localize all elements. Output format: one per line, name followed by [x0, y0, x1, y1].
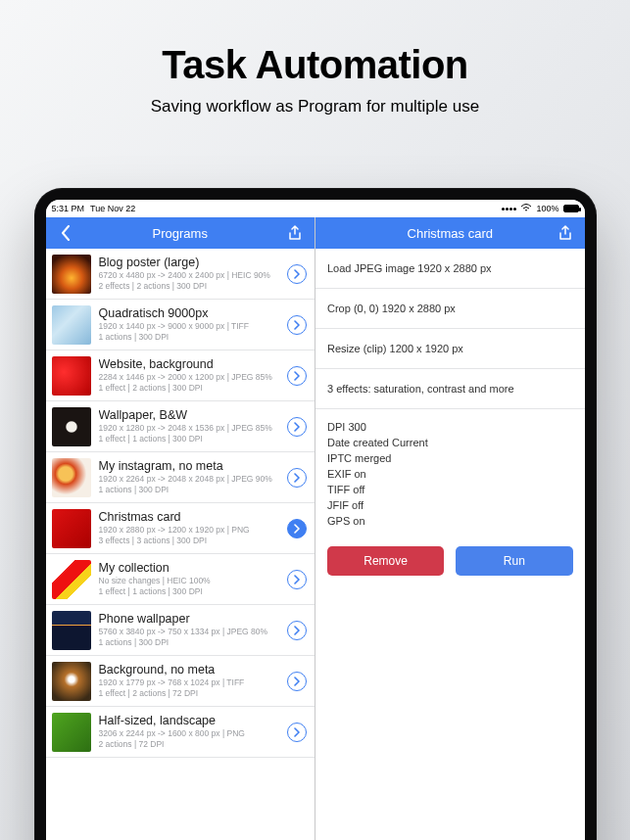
- program-title: Wallpaper, B&W: [99, 408, 280, 423]
- detail-metadata-block: DPI 300Date created CurrentIPTC mergedEX…: [315, 409, 585, 538]
- disclosure-icon[interactable]: [287, 570, 307, 589]
- program-row[interactable]: Christmas card1920 x 2880 px -> 1200 x 1…: [46, 503, 315, 554]
- disclosure-icon[interactable]: [287, 519, 307, 538]
- chevron-left-icon: [61, 225, 71, 241]
- program-meta: 5760 x 3840 px -> 750 x 1334 px | JPEG 8…: [99, 627, 280, 637]
- program-thumbnail: [52, 458, 91, 497]
- detail-metadata-line: GPS on: [327, 513, 573, 529]
- detail-step[interactable]: Load JPEG image 1920 x 2880 px: [315, 249, 585, 289]
- disclosure-icon[interactable]: [287, 723, 307, 742]
- program-row[interactable]: Background, no meta1920 x 1779 px -> 768…: [46, 656, 315, 707]
- share-icon: [288, 225, 302, 241]
- detail-step[interactable]: Resize (clip) 1200 x 1920 px: [315, 329, 585, 369]
- back-button[interactable]: [56, 225, 75, 241]
- disclosure-icon[interactable]: [287, 672, 307, 691]
- programs-title: Programs: [75, 226, 286, 241]
- detail-metadata-line: DPI 300: [327, 419, 573, 435]
- program-title: Christmas card: [99, 510, 280, 525]
- wifi-icon: [520, 204, 532, 214]
- program-thumbnail: [52, 560, 91, 599]
- program-row[interactable]: Blog poster (large)6720 x 4480 px -> 240…: [46, 249, 315, 300]
- status-time: 5:31 PM: [52, 204, 85, 213]
- program-meta2: 1 effect | 1 actions | 300 DPI: [99, 586, 280, 597]
- program-thumbnail: [52, 713, 91, 752]
- program-thumbnail: [52, 407, 91, 446]
- program-row[interactable]: Wallpaper, B&W1920 x 1280 px -> 2048 x 1…: [46, 401, 315, 452]
- battery-icon: [563, 205, 579, 212]
- program-title: Website, background: [99, 357, 280, 372]
- program-meta2: 1 actions | 300 DPI: [99, 332, 280, 343]
- program-meta: 1920 x 1779 px -> 768 x 1024 px | TIFF: [99, 677, 280, 688]
- share-icon: [558, 225, 572, 241]
- detail-body: Load JPEG image 1920 x 2880 pxCrop (0, 0…: [315, 249, 585, 840]
- disclosure-icon[interactable]: [287, 468, 307, 488]
- program-row[interactable]: My instagram, no meta1920 x 2264 px -> 2…: [46, 452, 315, 503]
- detail-step[interactable]: Crop (0, 0) 1920 x 2880 px: [315, 289, 585, 329]
- program-meta2: 1 effect | 1 actions | 300 DPI: [99, 434, 280, 444]
- program-thumbnail: [52, 662, 91, 701]
- disclosure-icon[interactable]: [287, 417, 307, 437]
- program-row[interactable]: Half-sized, landscape3206 x 2244 px -> 1…: [46, 707, 315, 758]
- program-thumbnail: [52, 611, 91, 650]
- detail-share-button[interactable]: [556, 225, 575, 241]
- disclosure-icon[interactable]: [287, 621, 307, 640]
- screen: 5:31 PM Tue Nov 22 100% Programs: [46, 200, 585, 840]
- detail-step[interactable]: 3 effects: saturation, contrast and more: [315, 369, 585, 409]
- remove-button[interactable]: Remove: [327, 546, 444, 576]
- detail-metadata-line: TIFF off: [327, 482, 573, 497]
- run-button[interactable]: Run: [456, 546, 572, 576]
- program-title: My instagram, no meta: [99, 459, 280, 474]
- program-title: My collection: [99, 561, 280, 576]
- detail-header: Christmas card: [315, 217, 585, 249]
- hero-title: Task Automation: [0, 43, 630, 87]
- program-meta: No size changes | HEIC 100%: [99, 576, 280, 586]
- program-meta2: 3 effects | 3 actions | 300 DPI: [99, 536, 280, 546]
- program-title: Blog poster (large): [99, 256, 280, 270]
- disclosure-icon[interactable]: [287, 315, 307, 335]
- programs-pane: Programs Blog poster (large)6720 x 4480 …: [46, 217, 316, 840]
- program-meta2: 1 actions | 300 DPI: [99, 485, 280, 495]
- program-meta: 1920 x 1440 px -> 9000 x 9000 px | TIFF: [99, 321, 280, 332]
- program-thumbnail: [52, 509, 91, 548]
- program-meta: 1920 x 2880 px -> 1200 x 1920 px | PNG: [99, 525, 280, 536]
- status-date: Tue Nov 22: [90, 204, 135, 213]
- program-thumbnail: [52, 356, 91, 396]
- program-title: Background, no meta: [99, 663, 280, 677]
- program-title: Phone wallpaper: [99, 612, 280, 627]
- programs-list[interactable]: Blog poster (large)6720 x 4480 px -> 240…: [46, 249, 315, 840]
- program-title: Quadratisch 9000px: [99, 306, 280, 321]
- program-title: Half-sized, landscape: [99, 714, 280, 728]
- program-meta2: 1 effect | 2 actions | 72 DPI: [99, 688, 280, 699]
- status-bar: 5:31 PM Tue Nov 22 100%: [46, 200, 585, 217]
- detail-metadata-line: IPTC merged: [327, 450, 573, 466]
- hero-subtitle: Saving workflow as Program for multiple …: [0, 97, 630, 117]
- detail-metadata-line: Date created Current: [327, 435, 573, 450]
- program-row[interactable]: Quadratisch 9000px1920 x 1440 px -> 9000…: [46, 300, 315, 350]
- program-meta2: 2 actions | 72 DPI: [99, 739, 280, 750]
- device-frame: 5:31 PM Tue Nov 22 100% Programs: [34, 188, 597, 840]
- program-meta: 3206 x 2244 px -> 1600 x 800 px | PNG: [99, 728, 280, 739]
- detail-title: Christmas card: [345, 226, 556, 241]
- battery-percent: 100%: [536, 204, 558, 213]
- programs-header: Programs: [46, 217, 315, 249]
- program-meta: 6720 x 4480 px -> 2400 x 2400 px | HEIC …: [99, 270, 280, 281]
- program-meta: 2284 x 1446 px -> 2000 x 1200 px | JPEG …: [99, 372, 280, 383]
- program-thumbnail: [52, 255, 91, 294]
- signal-icon: [502, 208, 516, 210]
- program-row[interactable]: My collectionNo size changes | HEIC 100%…: [46, 554, 315, 605]
- detail-metadata-line: JFIF off: [327, 497, 573, 513]
- program-row[interactable]: Website, background2284 x 1446 px -> 200…: [46, 350, 315, 401]
- program-row[interactable]: Phone wallpaper5760 x 3840 px -> 750 x 1…: [46, 605, 315, 656]
- disclosure-icon[interactable]: [287, 366, 307, 386]
- disclosure-icon[interactable]: [287, 264, 307, 284]
- program-meta2: 1 effect | 2 actions | 300 DPI: [99, 383, 280, 394]
- program-meta2: 2 effects | 2 actions | 300 DPI: [99, 281, 280, 292]
- share-button[interactable]: [285, 225, 305, 241]
- detail-metadata-line: EXIF on: [327, 466, 573, 482]
- program-meta: 1920 x 2264 px -> 2048 x 2048 px | JPEG …: [99, 474, 280, 485]
- program-meta: 1920 x 1280 px -> 2048 x 1536 px | JPEG …: [99, 423, 280, 434]
- detail-pane: Christmas card Load JPEG image 1920 x 28…: [315, 217, 585, 840]
- program-meta2: 1 actions | 300 DPI: [99, 637, 280, 648]
- program-thumbnail: [52, 305, 91, 345]
